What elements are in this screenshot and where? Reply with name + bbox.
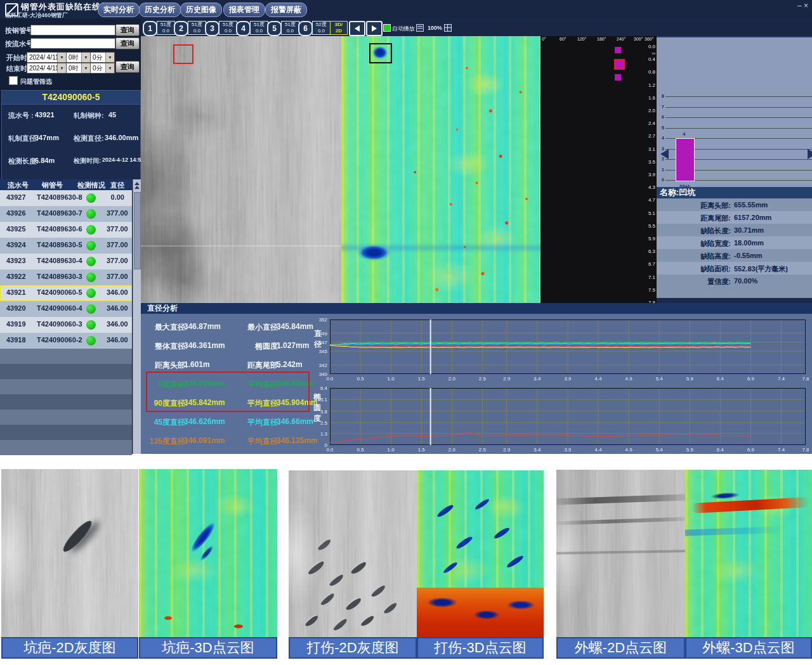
pipe-table-row[interactable]: 43925 T424089630-6 377.00 bbox=[0, 222, 132, 238]
defect-marker-selected[interactable] bbox=[614, 59, 625, 70]
table-scrollbar[interactable] bbox=[133, 179, 141, 454]
thumb-thread-3d-cloud[interactable] bbox=[685, 470, 812, 637]
window-controls[interactable]: – × bbox=[797, 1, 808, 10]
pipe-table-row[interactable]: 43921 T424090060-5 346.00 bbox=[0, 285, 132, 301]
thumb-pit-2d-gray[interactable] bbox=[1, 469, 138, 637]
channel-number-button[interactable]: 3 bbox=[205, 21, 219, 36]
grid-view-icon[interactable] bbox=[444, 24, 452, 32]
thumb-thread-2d-cloud[interactable] bbox=[556, 470, 685, 637]
ovality-chart[interactable] bbox=[330, 388, 806, 445]
length-tick-label: 1.2 bbox=[648, 82, 655, 88]
pipe-table-row[interactable]: 43923 T424089630-4 377.00 bbox=[0, 254, 132, 269]
scratch-line bbox=[141, 245, 341, 247]
bar-pit[interactable] bbox=[676, 138, 695, 181]
layout-list-icon[interactable] bbox=[416, 24, 424, 32]
length-tick-label: 3.5 bbox=[648, 159, 655, 165]
pipe-no-search-input[interactable] bbox=[30, 25, 115, 36]
channel-angle-box[interactable]: 52度0.0 bbox=[312, 21, 331, 35]
pipe-table-row[interactable]: 43927 T424089630-8 0.00 bbox=[0, 190, 132, 206]
stat-label: 平均直径: bbox=[247, 417, 280, 428]
channel-number-button[interactable]: 4 bbox=[236, 21, 251, 36]
nav-alarm-mask-button[interactable]: 报警屏蔽 bbox=[265, 3, 307, 17]
pipe-no-cell: T424089630-3 bbox=[37, 273, 82, 280]
gray-2d-image-viewer[interactable] bbox=[141, 36, 341, 303]
channel-angle-box[interactable]: 51度0.0 bbox=[219, 21, 237, 35]
start-hour-select[interactable]: 0时▼ bbox=[66, 52, 91, 63]
stat-value: 1.601m bbox=[184, 360, 210, 369]
chart-next-arrow[interactable] bbox=[808, 149, 812, 159]
channel-angle-box[interactable]: 51度0.0 bbox=[188, 21, 206, 35]
pipe-table-row[interactable]: 43918 T424090060-2 346.00 bbox=[0, 333, 132, 349]
query-by-time-button[interactable]: 查询 bbox=[115, 61, 140, 73]
x-tick-label: 5.4 bbox=[652, 447, 667, 453]
defect-marker-box[interactable] bbox=[173, 44, 193, 64]
autoplay-checkbox[interactable] bbox=[383, 24, 391, 32]
prev-defect-button[interactable] bbox=[349, 21, 365, 36]
chevron-down-icon: ▼ bbox=[57, 53, 66, 62]
start-date-select[interactable]: 2024/ 4/11▼ bbox=[27, 52, 67, 63]
channel-angle-box[interactable]: 51度0.0 bbox=[281, 21, 299, 35]
thumb-bruise-2d-gray[interactable] bbox=[289, 470, 417, 637]
thumb-label-pit-3d[interactable]: 坑疤-3D点云图 bbox=[139, 637, 277, 659]
pipe-table-row[interactable]: 43926 T424089630-7 377.00 bbox=[0, 206, 132, 222]
query-by-serial-button[interactable]: 查询 bbox=[115, 37, 140, 49]
thumb-pit-3d-cloud[interactable] bbox=[139, 469, 277, 637]
problem-pipe-filter-checkbox[interactable] bbox=[9, 76, 18, 85]
y-tick-label: 2.5 bbox=[311, 420, 327, 426]
channel-angle-box[interactable]: 51度0.0 bbox=[250, 21, 268, 35]
scroll-thumb[interactable] bbox=[134, 192, 141, 269]
nav-history-image-button[interactable]: 历史图像 bbox=[180, 3, 222, 17]
diameter-chart[interactable] bbox=[330, 320, 806, 374]
channel-number-button[interactable]: 5 bbox=[267, 21, 282, 36]
x-tick-label: 2.9 bbox=[499, 447, 514, 453]
pipe-table-row[interactable]: 43922 T424089630-3 377.00 bbox=[0, 269, 132, 285]
heatmap-3d-image-viewer[interactable] bbox=[341, 36, 540, 303]
start-minute-select[interactable]: 0分▼ bbox=[90, 52, 115, 63]
pipe-table-row[interactable]: 43919 T424090060-3 346.00 bbox=[0, 317, 132, 333]
hot-spot bbox=[164, 616, 172, 620]
empty-table-row bbox=[0, 349, 132, 364]
nav-history-analysis-button[interactable]: 历史分析 bbox=[139, 3, 181, 17]
defect-marker[interactable] bbox=[615, 74, 621, 81]
stat-label: 整体直径: bbox=[155, 341, 188, 352]
bruise-mark bbox=[328, 572, 345, 588]
defect-info-footer bbox=[657, 298, 812, 303]
thread-line bbox=[556, 517, 685, 525]
end-date-select[interactable]: 2024/ 4/11▼ bbox=[27, 63, 67, 74]
defect-marker[interactable] bbox=[615, 47, 621, 53]
defect-info-value: 6157.20mm bbox=[734, 214, 771, 221]
query-by-pipe-button[interactable]: 查询 bbox=[115, 24, 140, 36]
thumb-bruise-3d-cloud[interactable] bbox=[417, 470, 544, 637]
pipe-table-row[interactable]: 43924 T424089630-5 377.00 bbox=[0, 238, 132, 254]
end-hour-select[interactable]: 0时▼ bbox=[66, 63, 91, 74]
defect-map-panel[interactable]: 0°60°120°180°240°300°360° 0.00.40.81.21.… bbox=[540, 36, 657, 303]
scroll-up-icon[interactable] bbox=[134, 186, 140, 189]
chevron-down-icon: ▼ bbox=[81, 53, 90, 62]
defect-info-value: -0.55mm bbox=[734, 252, 763, 259]
channel-angle-box[interactable]: 51度0.0 bbox=[157, 21, 175, 35]
chart-prev-arrow[interactable] bbox=[660, 149, 669, 159]
thumb-label-bruise-2d[interactable]: 打伤-2D灰度图 bbox=[289, 637, 417, 659]
scroll-up-icon[interactable] bbox=[134, 182, 140, 185]
next-defect-button[interactable] bbox=[366, 21, 383, 36]
x-tick-label: 5.9 bbox=[682, 376, 697, 382]
channel-number-button[interactable]: 2 bbox=[174, 21, 188, 36]
nav-realtime-analysis-button[interactable]: 实时分析 bbox=[98, 3, 140, 17]
thumb-label-bruise-3d[interactable]: 打伤-3D点云图 bbox=[417, 637, 544, 659]
y-tick-label: 345 bbox=[311, 349, 327, 354]
thumb-label-thread-3d[interactable]: 外螺-3D点云图 bbox=[685, 637, 812, 659]
pipe-no-cell: T424089630-6 bbox=[37, 225, 82, 233]
diameter-cell: 346.00 bbox=[107, 304, 124, 312]
channel-number-button[interactable]: 1 bbox=[143, 21, 157, 36]
defect-marker-box[interactable] bbox=[369, 43, 392, 63]
3d-2d-toggle-button[interactable]: 3D/2D bbox=[330, 21, 348, 35]
end-minute-select[interactable]: 0分▼ bbox=[90, 63, 115, 74]
serial-search-input[interactable] bbox=[30, 38, 115, 49]
thumb-label-thread-2d[interactable]: 外螺-2D点云图 bbox=[556, 637, 685, 659]
bruise-mark bbox=[382, 601, 398, 616]
channel-number-button[interactable]: 6 bbox=[298, 21, 313, 36]
pipe-no-cell: T424089630-7 bbox=[37, 209, 82, 217]
pipe-table-row[interactable]: 43920 T424090060-4 346.00 bbox=[0, 301, 132, 317]
nav-report-management-button[interactable]: 报表管理 bbox=[223, 3, 265, 17]
thumb-label-pit-2d[interactable]: 坑疤-2D灰度图 bbox=[1, 637, 138, 659]
